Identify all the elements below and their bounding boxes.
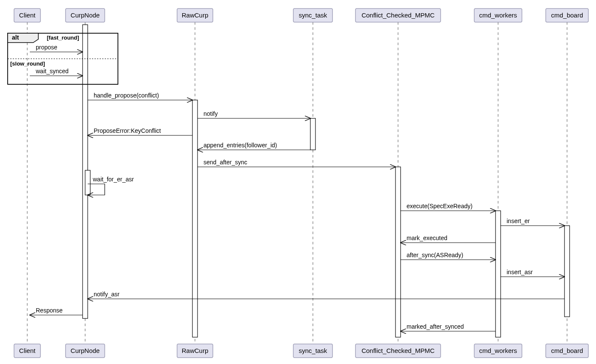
activation-ccmpmc (395, 167, 401, 337)
participant-label-ccmpmc-top: Conflict_Checked_MPMC (361, 11, 435, 19)
participant-label-cmdworkers-bot: cmd_workers (479, 347, 517, 354)
participant-label-rawcurp-bot: RawCurp (182, 347, 209, 354)
message-label-9: insert_er (507, 218, 530, 224)
message-label-14: Response (36, 307, 63, 314)
participant-label-curpnode-top: CurpNode (71, 11, 100, 19)
activation-cmdboard (564, 226, 570, 317)
message-label-12: insert_asr (507, 269, 533, 275)
alt-guard1: [fast_round] (47, 34, 79, 41)
participant-label-synctask-bot: sync_task (299, 347, 327, 354)
message-label-6: send_after_sync (203, 159, 247, 166)
alt-label: alt (12, 34, 19, 41)
participant-label-client-bot: Client (19, 347, 36, 354)
message-label-0: propose (36, 44, 57, 51)
message-label-8: execute(SpecExeReady) (407, 203, 473, 209)
message-label-2: handle_propose(conflict) (94, 92, 159, 99)
participant-label-cmdworkers-top: cmd_workers (479, 11, 517, 19)
activation-rawcurp (192, 100, 198, 337)
participant-label-client-top: Client (19, 11, 36, 19)
message-label-10: mark_executed (407, 235, 447, 241)
activation-cmdworkers (496, 211, 501, 337)
message-label-13: notify_asr (94, 291, 120, 298)
activation-synctask (310, 118, 315, 150)
message-label-15: marked_after_synced (407, 323, 464, 330)
participant-label-cmdboard-top: cmd_board (551, 11, 583, 19)
message-label-11: after_sync(ASReady) (407, 252, 463, 258)
message-label-4: ProposeError:KeyConflict (94, 127, 161, 134)
message-label-1: wait_synced (35, 68, 69, 75)
participant-label-curpnode-bot: CurpNode (71, 347, 100, 354)
message-label-7: wait_for_er_asr (92, 176, 134, 183)
activation-curpnode (85, 170, 90, 195)
alt-guard2: [slow_round] (10, 60, 45, 67)
message-label-3: notify (203, 110, 218, 117)
participant-label-synctask-top: sync_task (299, 11, 327, 19)
sequence-diagram: alt[fast_round][slow_round]proposewait_s… (0, 0, 596, 364)
message-label-5: append_entries(follower_id) (203, 142, 277, 149)
participant-label-ccmpmc-bot: Conflict_Checked_MPMC (361, 347, 435, 354)
participant-label-rawcurp-top: RawCurp (182, 11, 209, 19)
participant-label-cmdboard-bot: cmd_board (551, 347, 583, 354)
